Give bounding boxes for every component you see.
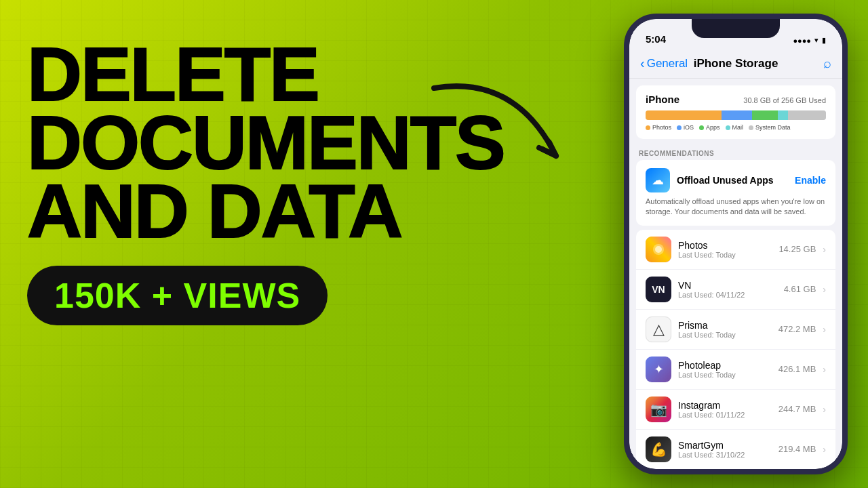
photoleap-last-used: Last Used: Today — [678, 371, 772, 379]
photos-last-used: Last Used: Today — [678, 251, 772, 259]
views-text: 150K + VIEWS — [54, 276, 300, 315]
phone-screen: 5:04 ●●●● ▾ ▮ ‹ General iPhone Storage ⌕ — [629, 19, 842, 469]
offload-icon: ☁ — [646, 168, 670, 192]
rec-description: Automatically offload unused apps when y… — [646, 197, 826, 218]
prisma-last-used: Last Used: Today — [678, 331, 772, 339]
app-item-photoleap[interactable]: ✦ Photoleap Last Used: Today 426.1 MB › — [636, 350, 835, 390]
app-item-prisma[interactable]: △ Prisma Last Used: Today 472.2 MB › — [636, 310, 835, 350]
smartgym-size: 219.4 MB — [778, 444, 816, 454]
photoleap-info: Photoleap Last Used: Today — [678, 360, 772, 379]
prisma-size: 472.2 MB — [778, 324, 816, 334]
apps-legend-label: Apps — [706, 124, 720, 131]
vn-info: VN Last Used: 04/11/22 — [678, 280, 777, 299]
back-chevron-icon: ‹ — [640, 56, 645, 71]
legend-ios: iOS — [677, 124, 694, 131]
photoleap-name: Photoleap — [678, 360, 772, 371]
photoleap-chevron: › — [823, 364, 826, 375]
photos-icon — [646, 237, 671, 262]
instagram-chevron: › — [823, 404, 826, 415]
instagram-icon: 📷 — [646, 396, 671, 422]
arrow-decoration — [380, 68, 583, 203]
instagram-last-used: Last Used: 01/11/22 — [678, 411, 772, 419]
recommendations-header: RECOMMENDATIONS — [629, 143, 842, 160]
back-label: General — [647, 57, 688, 70]
photoleap-icon: ✦ — [646, 357, 671, 382]
phone-mockup: 5:04 ●●●● ▾ ▮ ‹ General iPhone Storage ⌕ — [624, 14, 848, 474]
legend-apps: Apps — [699, 124, 720, 131]
instagram-size: 244.7 MB — [778, 404, 816, 414]
bar-system — [788, 110, 826, 120]
app-item-photos[interactable]: Photos Last Used: Today 14.25 GB › — [636, 230, 835, 270]
vn-last-used: Last Used: 04/11/22 — [678, 291, 777, 299]
nav-title: iPhone Storage — [694, 57, 778, 70]
photos-name: Photos — [678, 240, 772, 251]
device-name: iPhone — [646, 94, 679, 105]
svg-point-2 — [655, 246, 662, 253]
phone-notch — [692, 19, 780, 38]
views-badge: 150K + VIEWS — [27, 266, 328, 325]
prisma-info: Prisma Last Used: Today — [678, 320, 772, 339]
photoleap-size: 426.1 MB — [778, 364, 816, 374]
prisma-chevron: › — [823, 324, 826, 335]
wifi-icon: ▾ — [814, 36, 818, 45]
photos-size: 14.25 GB — [778, 244, 816, 254]
bar-apps — [752, 110, 777, 120]
search-icon[interactable]: ⌕ — [823, 56, 831, 71]
app-item-vn[interactable]: VN VN Last Used: 04/11/22 4.61 GB › — [636, 270, 835, 310]
instagram-info: Instagram Last Used: 01/11/22 — [678, 400, 772, 419]
storage-bar — [646, 110, 826, 120]
instagram-name: Instagram — [678, 400, 772, 411]
bar-ios — [722, 110, 752, 120]
signal-icon: ●●●● — [793, 37, 811, 45]
bar-mail — [778, 110, 788, 120]
prisma-name: Prisma — [678, 320, 772, 331]
status-time: 5:04 — [646, 33, 666, 45]
smartgym-name: SmartGym — [678, 440, 772, 451]
legend-photos: Photos — [646, 124, 671, 131]
rec-title: Offload Unused Apps — [677, 175, 774, 186]
app-item-instagram[interactable]: 📷 Instagram Last Used: 01/11/22 244.7 MB… — [636, 390, 835, 430]
smartgym-info: SmartGym Last Used: 31/10/22 — [678, 440, 772, 459]
bar-photos — [646, 110, 722, 120]
storage-usage-text: 30.8 GB of 256 GB Used — [743, 96, 826, 104]
smartgym-icon: 💪 — [646, 436, 671, 462]
vn-icon: VN — [646, 277, 671, 302]
smartgym-last-used: Last Used: 31/10/22 — [678, 451, 772, 459]
smartgym-chevron: › — [823, 444, 826, 455]
recommendation-card: ☁ Offload Unused Apps Enable Automatical… — [636, 160, 835, 226]
vn-size: 4.61 GB — [784, 284, 816, 294]
battery-icon: ▮ — [822, 36, 826, 45]
storage-content: iPhone 30.8 GB of 256 GB Used Photos — [629, 79, 842, 469]
prisma-icon: △ — [646, 317, 671, 342]
status-icons: ●●●● ▾ ▮ — [793, 36, 826, 45]
vn-chevron: › — [823, 284, 826, 295]
legend-mail: Mail — [726, 124, 744, 131]
photos-chevron: › — [823, 244, 826, 255]
photos-info: Photos Last Used: Today — [678, 240, 772, 259]
legend-system: System Data — [749, 124, 791, 131]
nav-back-button[interactable]: ‹ General — [640, 56, 688, 71]
app-list: Photos Last Used: Today 14.25 GB › VN VN… — [636, 230, 835, 469]
app-item-smartgym[interactable]: 💪 SmartGym Last Used: 31/10/22 219.4 MB … — [636, 430, 835, 469]
enable-button[interactable]: Enable — [795, 175, 826, 186]
vn-name: VN — [678, 280, 777, 291]
storage-card: iPhone 30.8 GB of 256 GB Used Photos — [636, 85, 835, 139]
storage-legend: Photos iOS Apps Mail — [646, 124, 826, 131]
nav-bar: ‹ General iPhone Storage ⌕ — [629, 49, 842, 79]
